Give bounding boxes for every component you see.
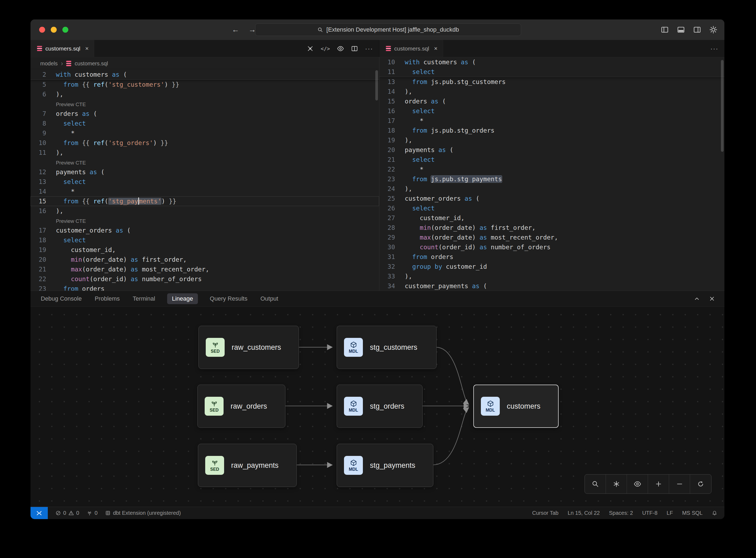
code-line[interactable]: 13 from js.pub.stg_customers [379,77,724,87]
preview-eye-icon[interactable] [337,45,344,52]
sticky-scroll[interactable]: 10with customers as (11 select [379,57,724,77]
gutter-line-number[interactable]: 28 [379,223,405,232]
code-line[interactable]: 34customer_payments as ( [379,281,724,290]
code-line[interactable]: 10with customers as ( [379,57,724,67]
minimize-window-button[interactable] [51,27,57,33]
code-line[interactable]: 16), [30,206,379,216]
lineage-canvas[interactable]: SED raw_customers MDL stg_customers SED … [30,307,724,507]
gutter-line-number[interactable]: 14 [30,187,56,196]
code-line[interactable]: 21 select [379,155,724,164]
remote-indicator[interactable] [30,507,48,519]
gutter-line-number[interactable] [30,216,56,226]
gutter-line-number[interactable]: 13 [30,177,56,187]
scrollbar-thumb[interactable] [721,60,724,152]
gutter-line-number[interactable]: 18 [30,235,56,245]
lineage-node-raw-payments[interactable]: SED raw_payments [198,444,297,487]
tab-customers-sql-left[interactable]: customers.sql × [30,40,94,57]
gutter-line-number[interactable]: 6 [30,90,56,99]
gutter-line-number[interactable]: 32 [379,262,405,272]
breadcrumb[interactable]: models › customers.sql [30,57,379,70]
toggle-sidebar-icon[interactable] [661,26,669,34]
gutter-line-number[interactable]: 18 [379,126,405,135]
code-line[interactable]: 25customer_orders as ( [379,194,724,203]
gutter-line-number[interactable]: 26 [379,203,405,213]
code-line[interactable]: 27 customer_id, [379,213,724,223]
encoding-status[interactable]: UTF-8 [642,510,657,516]
dbt-build-icon[interactable] [307,45,314,52]
sticky-scroll[interactable]: 2with customers as ( [30,70,379,80]
gutter-line-number[interactable]: 19 [379,135,405,145]
gutter-line-number[interactable]: 34 [379,281,405,290]
gutter-line-number[interactable]: 12 [30,167,56,177]
gutter-line-number[interactable]: 17 [379,116,405,126]
gutter-line-number[interactable] [30,99,56,109]
code-line[interactable]: 23 from orders [30,284,379,290]
code-line[interactable]: 16 select [379,106,724,116]
zoom-in-button[interactable] [648,475,669,493]
code-line[interactable]: 17 * [379,116,724,126]
more-actions-icon[interactable]: ··· [710,45,719,52]
fit-view-button[interactable] [606,475,627,493]
close-tab-icon[interactable]: × [85,45,89,52]
command-center-search[interactable]: [Extension Development Host] jaffle_shop… [255,24,521,36]
search-nodes-button[interactable] [585,475,606,493]
codelens-link[interactable]: Preview CTE [56,218,86,224]
maximize-window-button[interactable] [62,27,68,33]
lineage-node-customers[interactable]: MDL customers [473,385,558,428]
breadcrumb-folder[interactable]: models [40,60,57,67]
code-line[interactable]: 5 from {{ ref('stg_customers') }} [30,80,379,90]
gutter-line-number[interactable]: 21 [30,264,56,274]
gutter-line-number[interactable]: 16 [30,206,56,216]
gutter-line-number[interactable]: 5 [30,80,56,90]
code-line[interactable]: 20 min(order_date) as first_order, [30,255,379,264]
gutter-line-number[interactable]: 30 [379,242,405,252]
code-line[interactable]: 32 group by customer_id [379,262,724,272]
codelens-link[interactable]: Preview CTE [56,102,86,107]
code-line[interactable]: 14 * [30,187,379,196]
gutter-line-number[interactable]: 13 [379,77,405,87]
gutter-line-number[interactable]: 25 [379,194,405,203]
code-line[interactable]: 24), [379,184,724,194]
code-line[interactable]: 7orders as ( [30,109,379,119]
language-mode[interactable]: MS SQL [682,510,703,516]
code-line[interactable]: 10 from {{ ref('stg_orders') }} [30,138,379,148]
code-line[interactable]: 6), [30,90,379,99]
close-tab-icon[interactable]: × [434,45,438,52]
eol-status[interactable]: LF [667,510,673,516]
code-line[interactable]: 29 max(order_date) as most_recent_order, [379,232,724,242]
code-line[interactable]: 30 count(order_id) as number_of_orders [379,242,724,252]
gutter-line-number[interactable]: 14 [379,87,405,96]
ports-indicator[interactable]: 0 [87,510,98,516]
code-line[interactable]: 23 from js.pub.stg_payments [379,174,724,184]
source-editor[interactable]: models › customers.sql 2with customers a… [30,57,379,290]
gutter-line-number[interactable]: 2 [30,70,56,79]
gutter-line-number[interactable]: 7 [30,109,56,119]
gutter-line-number[interactable]: 11 [379,67,405,77]
gutter-line-number[interactable]: 23 [30,284,56,290]
code-line[interactable]: 11), [30,148,379,157]
code-line[interactable]: 18 from js.pub.stg_orders [379,126,724,135]
gutter-line-number[interactable] [30,157,56,167]
more-actions-icon[interactable]: ··· [365,45,373,52]
tab-terminal[interactable]: Terminal [132,293,156,304]
code-line[interactable]: 2with customers as ( [30,70,379,79]
refresh-button[interactable] [690,475,711,493]
lineage-node-raw-orders[interactable]: SED raw_orders [198,385,285,428]
code-line[interactable]: 12payments as ( [30,167,379,177]
code-line[interactable]: 20payments as ( [379,145,724,155]
code-line[interactable]: 26 select [379,203,724,213]
gutter-line-number[interactable]: 15 [30,196,56,206]
gutter-line-number[interactable]: 19 [30,245,56,255]
chevron-up-icon[interactable] [694,296,700,302]
gutter-line-number[interactable]: 17 [30,226,56,235]
tab-lineage[interactable]: Lineage [167,293,198,304]
problems-summary[interactable]: 0 0 [55,510,79,516]
code-line[interactable]: 19), [379,135,724,145]
gutter-line-number[interactable]: 33 [379,272,405,281]
lineage-node-stg-customers[interactable]: MDL stg_customers [337,326,437,369]
gutter-line-number[interactable]: 31 [379,252,405,262]
gutter-line-number[interactable]: 9 [30,128,56,138]
dbt-extension-status[interactable]: dbt Extension (unregistered) [105,510,181,516]
notifications-bell[interactable] [712,510,718,516]
gutter-line-number[interactable]: 21 [379,155,405,164]
